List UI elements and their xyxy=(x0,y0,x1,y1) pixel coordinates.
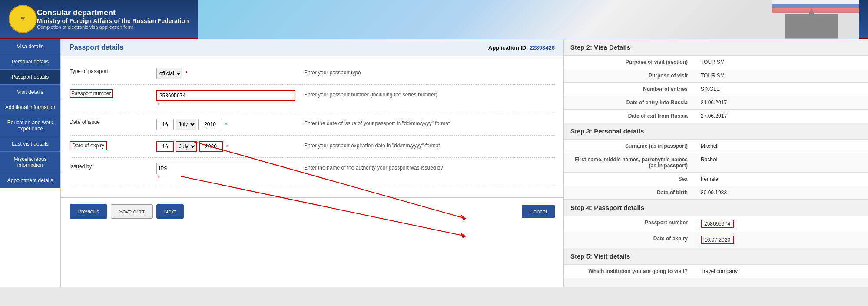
step3-value-3: 20.09.1983 xyxy=(694,186,868,199)
logo: 🦅 xyxy=(9,5,37,33)
summary-step2-row-3: Date of entry into Russia 21.06.2017 xyxy=(564,96,868,110)
summary-step3-row-1: First name, middle names, patronymic nam… xyxy=(564,153,868,173)
issued-by-input[interactable] xyxy=(156,163,295,174)
step3-value-1: Rachel xyxy=(694,153,868,172)
passport-type-input-col: official * xyxy=(156,68,295,79)
page-header: Passport details Application ID: 2289342… xyxy=(61,39,563,56)
passport-number-label-col: Passport number xyxy=(70,90,156,96)
date-issue-month-select[interactable]: July xyxy=(176,119,196,130)
date-issue-input-col: July * xyxy=(156,119,295,130)
sidebar-item-additional[interactable]: Additional information xyxy=(0,100,60,115)
required-star-2: * xyxy=(158,101,160,108)
step2-key-1: Purpose of visit xyxy=(564,69,694,82)
date-issue-row-inputs: July * xyxy=(156,119,295,130)
sidebar-item-appt[interactable]: Appointment details xyxy=(0,173,60,188)
date-issue-hint: Enter the date of issue of your passport… xyxy=(304,119,555,126)
step2-value-4: 27.06.2017 xyxy=(694,110,868,123)
sidebar-item-visit[interactable]: Visit details xyxy=(0,85,60,100)
date-expiry-input-col: July * xyxy=(156,141,295,152)
date-issue-year[interactable] xyxy=(198,119,222,130)
save-draft-button[interactable]: Save draft xyxy=(111,204,153,219)
passport-number-highlighted: 258695974 xyxy=(701,220,734,228)
step4-key-1: Date of expiry xyxy=(564,232,694,248)
app-id-value: 22893426 xyxy=(530,44,555,51)
step5-value-0: Travel company xyxy=(694,265,868,278)
next-button[interactable]: Next xyxy=(156,204,184,219)
step2-title: Step 2: Visa Details xyxy=(564,39,868,56)
sidebar-item-visa[interactable]: Visa details xyxy=(0,39,60,54)
app-id: Application ID: 22893426 xyxy=(488,44,555,51)
header: 🦅 Consular department Ministry of Foreig… xyxy=(0,0,868,39)
content-wrapper: Visa details Personal details Passport d… xyxy=(0,39,868,287)
required-star-3: * xyxy=(225,121,227,128)
step3-title: Step 3: Personal details xyxy=(564,123,868,140)
step2-key-0: Purpose of visit (section) xyxy=(564,56,694,69)
summary-step4-row-1: Date of expiry 16.07.2020 xyxy=(564,232,868,248)
summary-step3-row-0: Surname (as in passport) Mitchell xyxy=(564,140,868,153)
page-title: Passport details xyxy=(70,43,123,51)
date-issue-label-col: Date of issue xyxy=(70,119,156,125)
required-star-4: * xyxy=(226,143,228,150)
passport-number-label: Passport number xyxy=(70,89,113,98)
previous-button[interactable]: Previous xyxy=(70,204,107,219)
header-subtitle: Completion of electronic visa applicatio… xyxy=(37,24,189,30)
passport-type-row: Type of passport official * Enter your p… xyxy=(70,63,555,85)
passport-type-select[interactable]: official xyxy=(156,68,182,79)
step4-title: Step 4: Passport details xyxy=(564,200,868,216)
step2-value-3: 21.06.2017 xyxy=(694,96,868,109)
summary-step4-row-0: Passport number 258695974 xyxy=(564,216,868,232)
date-expiry-day[interactable] xyxy=(156,141,174,152)
summary-step2-row-4: Date of exit from Russia 27.06.2017 xyxy=(564,110,868,123)
passport-number-hint: Enter your passport number (including th… xyxy=(304,90,555,98)
logo-text: 🦅 xyxy=(21,17,25,21)
date-expiry-hint: Enter your passport expiration date in "… xyxy=(304,141,555,149)
summary-step5-row-0: Which institution you are going to visit… xyxy=(564,265,868,278)
issued-by-row: Issued by * Enter the name of the author… xyxy=(70,158,555,186)
cancel-button[interactable]: Cancel xyxy=(522,205,555,218)
sidebar: Visa details Personal details Passport d… xyxy=(0,39,61,287)
summary-step3-row-3: Date of birth 20.09.1983 xyxy=(564,186,868,200)
passport-number-row: Passport number * Enter your passport nu… xyxy=(70,85,555,113)
required-star-5: * xyxy=(158,174,160,181)
date-issue-label: Date of issue xyxy=(70,119,100,125)
step2-key-2: Number of entries xyxy=(564,83,694,96)
step3-value-2: Female xyxy=(694,173,868,186)
sidebar-item-passport[interactable]: Passport details xyxy=(0,70,60,85)
summary-step5: Step 5: Visit details Which institution … xyxy=(564,248,868,278)
summary-panel: Step 2: Visa Details Purpose of visit (s… xyxy=(564,39,868,287)
sidebar-item-personal[interactable]: Personal details xyxy=(0,54,60,70)
summary-step3: Step 3: Personal details Surname (as in … xyxy=(564,123,868,200)
step4-value-1: 16.07.2020 xyxy=(694,232,868,248)
center-form: Passport details Application ID: 2289342… xyxy=(61,39,564,287)
date-expiry-label-col: Date of expiry xyxy=(70,141,156,150)
date-issue-day[interactable] xyxy=(156,119,174,130)
step4-value-0: 258695974 xyxy=(694,216,868,232)
ministry-title: Ministry of Foreign Affairs of the Russi… xyxy=(37,17,189,24)
header-text: Consular department Ministry of Foreign … xyxy=(37,8,189,30)
passport-type-hint: Enter your passport type xyxy=(304,68,555,76)
date-expiry-highlighted: 16.07.2020 xyxy=(701,236,734,244)
passport-type-label: Type of passport xyxy=(70,68,108,74)
date-expiry-month-select[interactable]: July xyxy=(176,141,197,152)
date-expiry-inputs: July * xyxy=(156,141,295,152)
summary-step3-row-2: Sex Female xyxy=(564,173,868,186)
step3-key-1: First name, middle names, patronymic nam… xyxy=(564,153,694,172)
step5-key-0: Which institution you are going to visit… xyxy=(564,265,694,278)
sidebar-item-misc[interactable]: Miscellaneous information xyxy=(0,152,60,173)
passport-number-input[interactable] xyxy=(156,90,295,101)
sidebar-item-education[interactable]: Education and work experience xyxy=(0,115,60,136)
dept-title: Consular department xyxy=(37,8,189,17)
summary-step2: Step 2: Visa Details Purpose of visit (s… xyxy=(564,39,868,123)
building-decoration xyxy=(785,8,838,39)
issued-by-hint: Enter the name of the authority your pas… xyxy=(304,163,555,171)
step2-key-4: Date of exit from Russia xyxy=(564,110,694,123)
sidebar-item-lastvisit[interactable]: Last visit details xyxy=(0,136,60,152)
step2-key-3: Date of entry into Russia xyxy=(564,96,694,109)
header-image xyxy=(198,0,859,39)
step3-key-2: Sex xyxy=(564,173,694,186)
date-expiry-year[interactable] xyxy=(199,141,223,152)
issued-by-input-col: * xyxy=(156,163,295,181)
step2-value-1: TOURISM xyxy=(694,69,868,82)
required-star: * xyxy=(186,70,188,76)
summary-step2-row-0: Purpose of visit (section) TOURISM xyxy=(564,56,868,69)
